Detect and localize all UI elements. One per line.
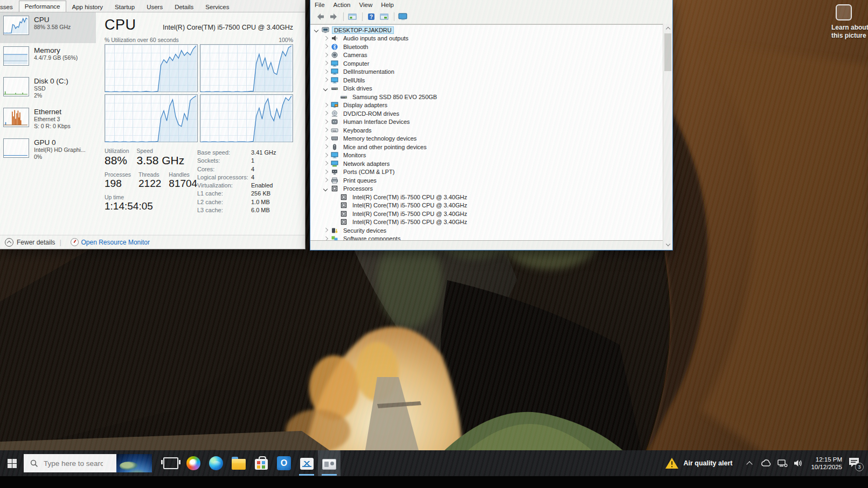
menu-action[interactable]: Action <box>334 2 351 8</box>
sidebar-item-memory[interactable]: Memory4.4/7.9 GB (56%) <box>0 43 96 74</box>
chevron-right-icon[interactable] <box>324 228 328 232</box>
forward-icon[interactable] <box>328 11 339 22</box>
back-icon[interactable] <box>315 11 327 22</box>
tab-app-history[interactable]: App history <box>66 1 109 12</box>
search-input[interactable] <box>43 459 104 468</box>
chevron-right-icon[interactable] <box>324 162 328 165</box>
outlook-icon-slot[interactable]: O <box>273 450 295 476</box>
chevron-right-icon[interactable] <box>324 53 328 57</box>
device-tree-row[interactable]: Monitors <box>310 151 663 160</box>
device-tree-row[interactable]: Software components <box>310 235 663 241</box>
chevron-down-icon[interactable] <box>315 28 318 32</box>
device-tree-scrollbar[interactable] <box>663 24 672 249</box>
chevron-down-icon[interactable] <box>324 187 328 191</box>
chevron-right-icon[interactable] <box>324 137 328 141</box>
chevron-right-icon[interactable] <box>324 78 328 82</box>
sidebar-item-cpu[interactable]: CPU88% 3.58 GHz <box>0 12 96 43</box>
task-manager-icon-slot[interactable] <box>295 450 318 476</box>
device-tree-row[interactable]: DellInstrumentation <box>310 68 663 76</box>
tab-performance[interactable]: Performance <box>19 1 66 12</box>
device-tree-row[interactable]: Keyboards <box>310 126 663 135</box>
tray-chevron-up-icon[interactable] <box>746 460 753 466</box>
device-tree-row[interactable]: Bluetooth <box>310 43 663 51</box>
device-tree-row[interactable]: Audio inputs and outputs <box>310 34 663 43</box>
file-explorer-icon-slot[interactable] <box>227 450 250 476</box>
scrollbar-thumb[interactable] <box>664 33 671 71</box>
device-tree-row[interactable]: Ports (COM & LPT) <box>310 168 663 177</box>
fewer-details-button[interactable]: Fewer details <box>5 238 55 247</box>
chevron-right-icon[interactable] <box>324 120 328 124</box>
device-tree-row[interactable]: Human Interface Devices <box>310 118 663 127</box>
device-tree-row[interactable]: Intel(R) Core(TM) i5-7500 CPU @ 3.40GHz <box>310 201 663 210</box>
volume-icon[interactable] <box>793 458 804 469</box>
chevron-right-icon[interactable] <box>324 103 328 107</box>
tab-services[interactable]: Services <box>199 1 235 12</box>
menu-view[interactable]: View <box>359 2 373 8</box>
device-tree-row[interactable]: Mice and other pointing devices <box>310 143 663 151</box>
menu-help[interactable]: Help <box>381 2 394 8</box>
chevron-right-icon[interactable] <box>324 154 328 157</box>
tab-details[interactable]: Details <box>169 1 199 12</box>
network-icon[interactable] <box>777 458 788 469</box>
tab-users[interactable]: Users <box>141 1 169 12</box>
taskbar-clock[interactable]: 12:15 PM 10/12/2025 <box>811 456 842 471</box>
onedrive-icon[interactable] <box>761 458 772 469</box>
chevron-right-icon[interactable] <box>324 45 328 48</box>
sidebar-item-gpu[interactable]: GPU 0Intel(R) HD Graphi...0% <box>0 135 96 166</box>
gpu-label-group: GPU 0Intel(R) HD Graphi...0% <box>34 138 86 161</box>
device-tree-row[interactable]: DVD/CD-ROM drives <box>310 109 663 118</box>
device-tree-row[interactable]: DESKTOP-FJAKDRU <box>310 26 663 34</box>
device-manager-icon-slot[interactable] <box>318 450 341 476</box>
device-tree-row[interactable]: DellUtils <box>310 76 663 85</box>
start-button[interactable] <box>0 450 24 476</box>
chevron-right-icon[interactable] <box>324 145 328 149</box>
spotlight-camera-icon[interactable] <box>836 4 852 20</box>
copilot-icon-slot[interactable] <box>182 450 205 476</box>
chevron-right-icon[interactable] <box>324 61 328 65</box>
action-center-button[interactable]: 3 <box>848 457 862 470</box>
search-highlight-earth-image[interactable] <box>116 454 152 472</box>
air-quality-alert[interactable]: Air quality alert <box>665 457 732 469</box>
spotlight-widget[interactable]: Learn about this picture <box>831 4 868 40</box>
device-tree-row[interactable]: Computer <box>310 59 663 68</box>
chevron-right-icon[interactable] <box>324 128 328 132</box>
sidebar-item-disk[interactable]: Disk 0 (C:)SSD2% <box>0 74 96 104</box>
edge-icon-slot[interactable] <box>205 450 227 476</box>
chevron-right-icon[interactable] <box>324 37 328 40</box>
scroll-up-icon[interactable] <box>663 24 672 32</box>
menu-file[interactable]: File <box>315 2 325 8</box>
taskbar-search[interactable] <box>24 454 152 472</box>
device-tree-row[interactable]: Display adapters <box>310 101 663 110</box>
properties-icon[interactable] <box>378 11 390 22</box>
memory-title: Memory <box>34 46 78 54</box>
stat-value: 3.58 GHz <box>137 154 185 167</box>
device-tree-row[interactable]: Security devices <box>310 226 663 235</box>
device-tree-row[interactable]: Disk drives <box>310 85 663 93</box>
tab-processes[interactable]: Processes <box>0 1 19 12</box>
console-window-icon[interactable] <box>346 11 358 22</box>
scroll-down-icon[interactable] <box>663 240 672 249</box>
chevron-right-icon[interactable] <box>324 170 328 174</box>
cpu-icon <box>340 219 348 225</box>
device-tree-row[interactable]: Intel(R) Core(TM) i5-7500 CPU @ 3.40GHz <box>310 193 663 201</box>
chevron-right-icon[interactable] <box>324 70 328 74</box>
chevron-right-icon[interactable] <box>324 237 328 241</box>
sidebar-item-ethernet[interactable]: EthernetEthernet 3S: 0 R: 0 Kbps <box>0 104 96 135</box>
remote-monitor-icon[interactable] <box>397 11 409 22</box>
device-tree-row[interactable]: Intel(R) Core(TM) i5-7500 CPU @ 3.40GHz <box>310 210 663 218</box>
device-tree-row[interactable]: Print queues <box>310 176 663 185</box>
device-tree-row[interactable]: Samsung SSD 850 EVO 250GB <box>310 93 663 101</box>
chevron-right-icon[interactable] <box>324 178 328 182</box>
open-resource-monitor-link[interactable]: Open Resource Monitor <box>71 238 150 246</box>
device-tree-row[interactable]: Processors <box>310 185 663 193</box>
device-tree-row[interactable]: Memory technology devices <box>310 135 663 143</box>
store-icon-slot[interactable] <box>250 450 273 476</box>
tab-startup[interactable]: Startup <box>109 1 141 12</box>
device-tree-row[interactable]: Intel(R) Core(TM) i5-7500 CPU @ 3.40GHz <box>310 218 663 227</box>
device-tree-row[interactable]: Cameras <box>310 51 663 60</box>
help-icon[interactable]: ? <box>365 11 377 22</box>
chevron-right-icon[interactable] <box>324 111 328 115</box>
task-view-icon-slot[interactable] <box>159 450 182 476</box>
chevron-down-icon[interactable] <box>324 87 328 90</box>
device-tree-row[interactable]: Network adapters <box>310 159 663 168</box>
